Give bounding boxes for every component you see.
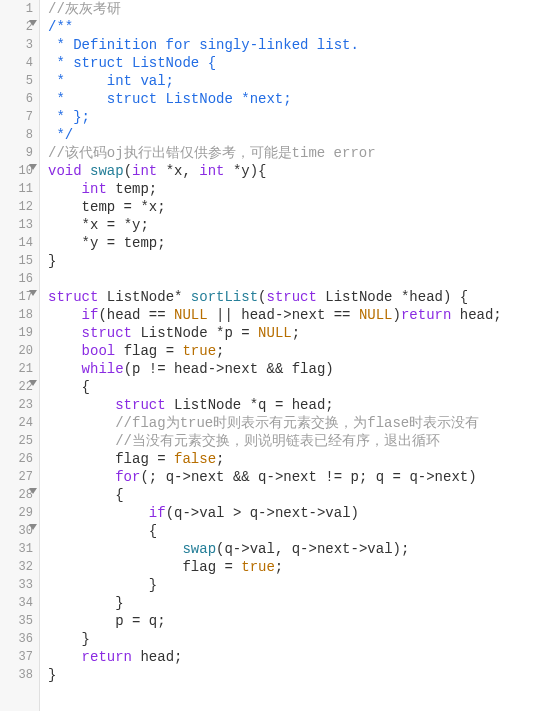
code-line[interactable] xyxy=(48,270,554,288)
token-plain: * xyxy=(241,397,258,413)
token-plain: ; xyxy=(157,235,165,251)
token-plain: && xyxy=(224,469,258,485)
line-number: 1 xyxy=(0,0,33,18)
code-line[interactable]: flag = true; xyxy=(48,558,554,576)
token-plain: { xyxy=(48,379,90,395)
token-func: swap xyxy=(182,541,216,557)
token-plain: * xyxy=(393,289,410,305)
token-plain: } xyxy=(48,631,90,647)
fold-toggle-icon[interactable] xyxy=(29,290,37,296)
code-line[interactable]: * int val; xyxy=(48,72,554,90)
token-keyword: return xyxy=(82,649,132,665)
code-line[interactable]: /** xyxy=(48,18,554,36)
token-plain: -> xyxy=(275,307,292,323)
token-plain: = xyxy=(124,613,149,629)
code-line[interactable]: } xyxy=(48,252,554,270)
fold-toggle-icon[interactable] xyxy=(29,20,37,26)
code-line[interactable]: if(head == NULL || head->next == NULL)re… xyxy=(48,306,554,324)
token-type: struct xyxy=(266,289,316,305)
code-line[interactable]: */ xyxy=(48,126,554,144)
line-number: 18 xyxy=(0,306,33,324)
code-line[interactable]: int temp; xyxy=(48,180,554,198)
code-line[interactable]: } xyxy=(48,576,554,594)
token-doc: * Definition for singly-linked list. xyxy=(48,37,359,53)
code-area[interactable]: //灰灰考研/** * Definition for singly-linked… xyxy=(40,0,554,711)
code-line[interactable]: swap(q->val, q->next->val); xyxy=(48,540,554,558)
token-ident: head xyxy=(140,649,174,665)
code-line[interactable]: return head; xyxy=(48,648,554,666)
token-doc: * struct ListNode *next; xyxy=(48,91,292,107)
token-plain: -> xyxy=(351,541,368,557)
token-type: struct xyxy=(115,397,165,413)
token-plain: ) xyxy=(468,469,476,485)
line-number: 37 xyxy=(0,648,33,666)
line-number: 14 xyxy=(0,234,33,252)
fold-toggle-icon[interactable] xyxy=(29,488,37,494)
token-type: bool xyxy=(82,343,116,359)
code-line[interactable]: struct ListNode *p = NULL; xyxy=(48,324,554,342)
code-line[interactable]: //当没有元素交换，则说明链表已经有序，退出循环 xyxy=(48,432,554,450)
code-line[interactable]: struct ListNode *q = head; xyxy=(48,396,554,414)
token-plain xyxy=(98,289,106,305)
code-line[interactable]: * }; xyxy=(48,108,554,126)
token-plain: || xyxy=(208,307,242,323)
token-plain xyxy=(48,451,115,467)
line-number: 16 xyxy=(0,270,33,288)
code-line[interactable]: for(; q->next && q->next != p; q = q->ne… xyxy=(48,468,554,486)
token-plain xyxy=(82,163,90,179)
token-ident: q xyxy=(376,469,384,485)
token-plain xyxy=(48,181,82,197)
token-ident: ListNode xyxy=(107,289,174,305)
token-plain: = * xyxy=(115,199,149,215)
line-number: 19 xyxy=(0,324,33,342)
code-line[interactable]: * struct ListNode *next; xyxy=(48,90,554,108)
code-line[interactable]: * Definition for singly-linked list. xyxy=(48,36,554,54)
code-editor[interactable]: 1234567891011121314151617181920212223242… xyxy=(0,0,554,711)
code-line[interactable]: { xyxy=(48,486,554,504)
code-line[interactable]: //该代码oj执行出错仅供参考，可能是time error xyxy=(48,144,554,162)
token-comment: //该代码oj执行出错仅供参考，可能是time error xyxy=(48,145,376,161)
token-ident: head xyxy=(292,397,326,413)
token-plain xyxy=(48,559,182,575)
code-line[interactable]: if(q->val > q->next->val) xyxy=(48,504,554,522)
token-plain: { xyxy=(48,523,157,539)
code-line[interactable]: //灰灰考研 xyxy=(48,0,554,18)
token-plain: = xyxy=(384,469,409,485)
line-number: 8 xyxy=(0,126,33,144)
line-number: 29 xyxy=(0,504,33,522)
token-plain: ){ xyxy=(250,163,267,179)
code-line[interactable]: struct ListNode* sortList(struct ListNod… xyxy=(48,288,554,306)
token-plain: = xyxy=(98,235,123,251)
line-number: 6 xyxy=(0,90,33,108)
code-line[interactable]: } xyxy=(48,666,554,684)
token-plain xyxy=(48,505,149,521)
code-line[interactable]: p = q; xyxy=(48,612,554,630)
token-type: void xyxy=(48,163,82,179)
code-line[interactable]: * struct ListNode { xyxy=(48,54,554,72)
token-plain: != xyxy=(140,361,174,377)
code-line[interactable]: *x = *y; xyxy=(48,216,554,234)
token-ident: flag xyxy=(115,451,149,467)
fold-toggle-icon[interactable] xyxy=(29,380,37,386)
code-line[interactable]: { xyxy=(48,378,554,396)
code-line[interactable]: } xyxy=(48,594,554,612)
token-ident: val xyxy=(325,505,350,521)
line-number: 25 xyxy=(0,432,33,450)
code-line[interactable]: //flag为true时则表示有元素交换，为flase时表示没有 xyxy=(48,414,554,432)
code-line[interactable]: temp = *x; xyxy=(48,198,554,216)
token-plain: ) xyxy=(351,505,359,521)
token-plain: ; xyxy=(275,559,283,575)
code-line[interactable]: { xyxy=(48,522,554,540)
token-plain: ; xyxy=(140,217,148,233)
fold-toggle-icon[interactable] xyxy=(29,164,37,170)
code-line[interactable]: } xyxy=(48,630,554,648)
token-doc: /** xyxy=(48,19,73,35)
code-line[interactable]: bool flag = true; xyxy=(48,342,554,360)
token-ident: q xyxy=(258,469,266,485)
fold-toggle-icon[interactable] xyxy=(29,524,37,530)
code-line[interactable]: *y = temp; xyxy=(48,234,554,252)
code-line[interactable]: flag = false; xyxy=(48,450,554,468)
code-line[interactable]: void swap(int *x, int *y){ xyxy=(48,162,554,180)
code-line[interactable]: while(p != head->next && flag) xyxy=(48,360,554,378)
token-plain: -> xyxy=(174,469,191,485)
